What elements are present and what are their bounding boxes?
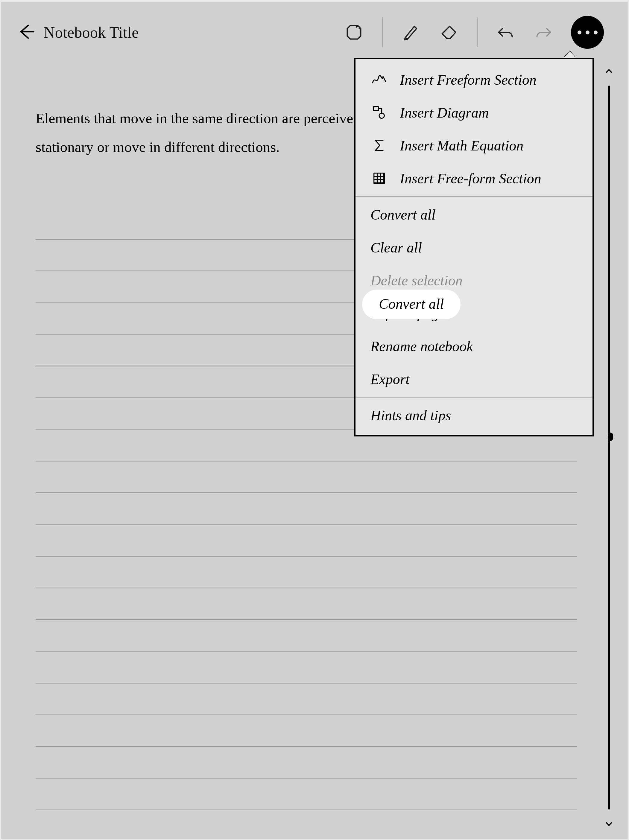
- rotate-tool-button[interactable]: [341, 19, 367, 46]
- more-menu-button[interactable]: [571, 16, 604, 49]
- menu-item-label: Insert Freeform Section: [400, 71, 537, 88]
- menu-item-label: Delete selection: [370, 272, 463, 289]
- menu-item-label: Clear all: [370, 239, 422, 256]
- eraser-tool-button[interactable]: [435, 19, 462, 46]
- toolbar-divider: [382, 17, 383, 47]
- pen-tool-button[interactable]: [397, 19, 424, 46]
- menu-separator: [356, 196, 593, 197]
- menu-item-label: Insert Math Equation: [400, 137, 523, 154]
- diagram-icon: [370, 105, 388, 120]
- menu-insert-math[interactable]: Insert Math Equation: [356, 129, 593, 162]
- menu-hints-and-tips[interactable]: Hints and tips: [356, 399, 593, 432]
- grid-icon: [370, 171, 388, 186]
- menu-item-label: Rename notebook: [370, 338, 473, 354]
- top-toolbar: Notebook Title: [1, 2, 619, 62]
- scribble-icon: [370, 72, 388, 87]
- svg-rect-2: [374, 173, 384, 184]
- undo-button[interactable]: [492, 19, 519, 46]
- menu-item-label: Insert Free-form Section: [400, 170, 541, 187]
- redo-button[interactable]: [530, 19, 557, 46]
- menu-item-label: Convert all: [370, 207, 435, 223]
- scroll-bead[interactable]: [608, 433, 613, 441]
- highlighted-menu-item[interactable]: Convert all: [362, 290, 460, 319]
- menu-item-label: Export: [370, 371, 410, 387]
- svg-rect-0: [373, 107, 379, 111]
- more-menu: Insert Freeform Section Insert Diagram I…: [354, 58, 594, 436]
- scroll-down-icon[interactable]: [603, 818, 615, 830]
- scroll-up-icon[interactable]: [603, 65, 615, 77]
- menu-insert-diagram[interactable]: Insert Diagram: [356, 96, 593, 129]
- menu-export[interactable]: Export: [356, 363, 593, 395]
- menu-convert-all[interactable]: Convert all: [356, 198, 593, 231]
- menu-insert-freeform-grid[interactable]: Insert Free-form Section: [356, 162, 593, 195]
- toolbar-divider: [477, 17, 477, 47]
- scroll-track[interactable]: [608, 85, 610, 810]
- menu-rename-notebook[interactable]: Rename notebook: [356, 330, 593, 363]
- menu-item-label: Hints and tips: [370, 407, 451, 423]
- menu-clear-all[interactable]: Clear all: [356, 231, 593, 264]
- scrollbar[interactable]: [599, 65, 620, 830]
- back-button[interactable]: [16, 22, 35, 43]
- menu-insert-freeform[interactable]: Insert Freeform Section: [356, 63, 593, 96]
- notebook-title[interactable]: Notebook Title: [44, 24, 139, 41]
- menu-item-label: Insert Diagram: [400, 104, 489, 121]
- sigma-icon: [370, 137, 388, 153]
- menu-pointer: [564, 51, 576, 58]
- menu-separator: [356, 397, 593, 398]
